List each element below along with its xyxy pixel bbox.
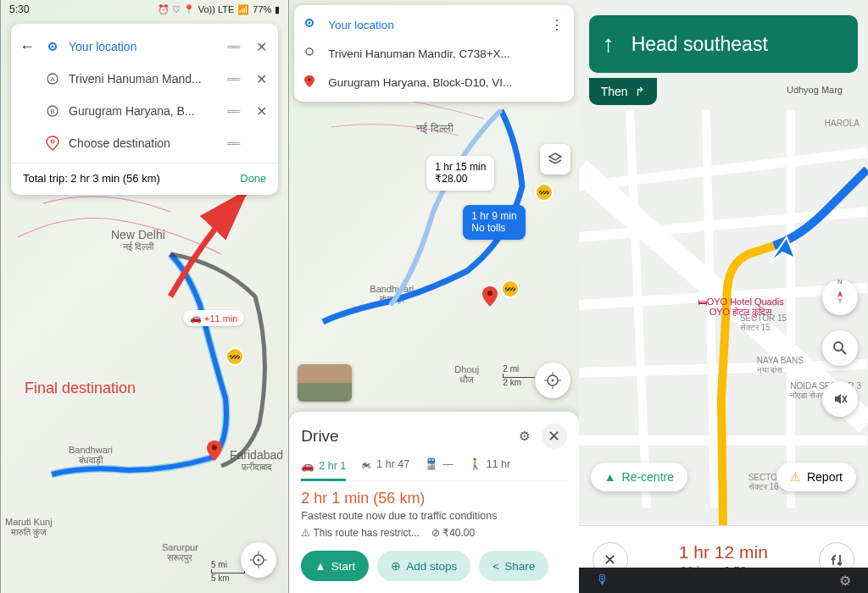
drag-handle-icon[interactable]: ══: [227, 137, 244, 149]
layers-button[interactable]: [540, 144, 570, 175]
compass-button[interactable]: N: [822, 280, 858, 315]
svg-point-25: [834, 342, 843, 351]
stop-row-choose[interactable]: Choose destination ══: [11, 127, 278, 159]
drag-handle-icon[interactable]: ══: [227, 73, 244, 85]
destination-pin-icon: [480, 286, 500, 310]
area-label-nayabans: NAYA BANSनया बांस: [757, 356, 804, 375]
nav-direction-text: Head southeast: [632, 33, 768, 56]
settings-icon[interactable]: ⚙: [839, 573, 851, 589]
stop-row-origin[interactable]: ← Your location ══ ✕: [11, 30, 278, 63]
assistant-icon[interactable]: 🎙: [596, 573, 609, 588]
car-icon: 🚗: [190, 313, 202, 324]
recentre-button[interactable]: ▲Re-centre: [591, 463, 687, 491]
tab-walk[interactable]: 🚶11 hr: [469, 457, 511, 474]
waypoints-card: Your location ⋮ Triveni Hanuman Mandir, …: [294, 5, 573, 102]
route-callout-1[interactable]: 1 hr 15 min₹28.00: [426, 156, 494, 191]
sheet-title: Drive: [301, 427, 338, 446]
route-callout-2[interactable]: 1 hr 9 minNo tolls: [463, 205, 525, 240]
eta-time: 1 hr 12 min: [679, 542, 768, 563]
stop-a-text[interactable]: Triveni Hanuman Mand...: [69, 72, 219, 86]
search-button[interactable]: [822, 330, 858, 366]
svg-point-6: [51, 140, 54, 143]
status-time: 5:30: [9, 3, 29, 15]
clear-icon[interactable]: ✕: [253, 103, 270, 119]
navigate-icon: ▲: [314, 560, 326, 573]
status-bar: 5:30 ⏰ ♡ 📍Vo)) LTE📶77%▮: [1, 0, 288, 19]
add-stops-button[interactable]: ⊕Add stops: [377, 551, 470, 581]
stop-b-text[interactable]: Gurugram Haryana, Block-D10, VI...: [328, 76, 563, 89]
status-icons: ⏰ ♡ 📍Vo)) LTE📶77%▮: [158, 4, 281, 15]
destination-pin-icon: [204, 441, 225, 464]
back-arrow-icon[interactable]: ←: [19, 38, 36, 56]
drag-handle-icon[interactable]: ══: [227, 41, 244, 53]
report-button[interactable]: ⚠Report: [776, 463, 856, 491]
map-scale: 2 mi2 km: [503, 364, 537, 387]
toll-icon: ⊘: [431, 527, 440, 539]
stops-card: ← Your location ══ ✕ A Triveni Hanuman M…: [11, 24, 278, 195]
stop-b-text[interactable]: Gurugram Haryana, B...: [69, 104, 219, 118]
options-icon[interactable]: ⚙: [519, 429, 530, 444]
stop-row-b[interactable]: B Gurugram Haryana, B... ══ ✕: [11, 95, 278, 127]
destination-pin-icon: [45, 136, 60, 151]
svg-point-1: [52, 46, 54, 48]
svg-point-20: [551, 380, 554, 382]
tab-transit[interactable]: 🚆—: [425, 457, 453, 474]
route-warnings: ⚠ This route has restrict... ⊘ ₹40.00: [301, 527, 566, 539]
route-bottom-sheet[interactable]: Drive ⚙ ✕ 🚗2 hr 1 🏍1 hr 47 🚆— 🚶11 hr 2 h…: [289, 412, 578, 593]
warning-icon: ⚠: [301, 527, 310, 539]
annotation-text: Final destination: [25, 380, 136, 397]
nav-direction-banner[interactable]: ↑ Head southeast: [589, 15, 858, 73]
origin-text[interactable]: Your location: [69, 40, 219, 53]
origin-dot-icon: [45, 39, 60, 54]
train-icon: 🚆: [425, 457, 438, 470]
share-icon: <: [492, 560, 499, 573]
locate-me-button[interactable]: [535, 363, 570, 398]
then-tag[interactable]: Then ↱: [589, 78, 657, 105]
bike-icon: 🏍: [361, 458, 372, 470]
svg-point-17: [309, 78, 312, 81]
choose-dest-text[interactable]: Choose destination: [69, 136, 219, 150]
mode-tabs: 🚗2 hr 1 🏍1 hr 47 🚆— 🚶11 hr: [301, 457, 566, 481]
area-label-harola: HAROLA: [825, 119, 860, 128]
close-icon[interactable]: ✕: [542, 424, 567, 449]
start-button[interactable]: ▲Start: [301, 551, 369, 581]
trip-total: Total trip: 2 hr 3 min (56 km): [23, 172, 160, 185]
destination-pin-icon: [304, 75, 318, 89]
arrow-up-icon: ↑: [603, 30, 615, 58]
delay-badge: 🚗+11 min: [183, 310, 244, 326]
svg-point-9: [258, 559, 260, 562]
navigate-icon: ▲: [604, 470, 616, 484]
walk-icon: 🚶: [469, 457, 482, 470]
trip-summary: Total trip: 2 hr 3 min (56 km) Done: [11, 163, 278, 188]
svg-point-7: [212, 445, 217, 450]
turn-right-icon: ↱: [635, 85, 645, 98]
mute-button[interactable]: [822, 381, 858, 417]
route-desc: Fastest route now due to traffic conditi…: [301, 510, 566, 522]
street-view-preview[interactable]: [298, 364, 352, 402]
origin-text[interactable]: Your location: [328, 19, 539, 31]
origin-dot-icon: [304, 18, 318, 31]
stop-b-icon: B: [45, 103, 60, 119]
done-button[interactable]: Done: [240, 172, 266, 185]
tab-bike[interactable]: 🏍1 hr 47: [361, 457, 409, 474]
poi-label-oyo[interactable]: 🛏OYO Hotel Quadis OYO होटल कुंदिस: [698, 296, 784, 317]
clear-icon[interactable]: ✕: [253, 71, 270, 87]
clear-icon[interactable]: ✕: [253, 39, 270, 55]
stop-b-row[interactable]: Gurugram Haryana, Block-D10, VI...: [294, 68, 573, 97]
more-menu-icon[interactable]: ⋮: [550, 17, 564, 33]
android-nav-bar: 🎙 ⚙: [579, 568, 868, 593]
road-label: Udhyog Marg: [787, 85, 843, 95]
stop-a-text[interactable]: Triveni Hanuman Mandir, C738+X...: [328, 47, 563, 60]
share-button[interactable]: <Share: [479, 551, 548, 581]
drag-handle-icon[interactable]: ══: [227, 105, 244, 117]
origin-row[interactable]: Your location ⋮: [294, 10, 573, 39]
svg-point-16: [306, 48, 313, 55]
svg-line-26: [842, 350, 846, 354]
hotel-icon: 🛏: [698, 296, 707, 307]
stop-a-row[interactable]: Triveni Hanuman Mandir, C738+X...: [294, 39, 573, 68]
stop-row-a[interactable]: A Triveni Hanuman Mand... ══ ✕: [11, 63, 278, 95]
svg-point-15: [309, 22, 311, 25]
add-stop-icon: ⊕: [391, 559, 401, 573]
tab-drive[interactable]: 🚗2 hr 1: [301, 457, 346, 481]
warning-icon: ⚠: [790, 470, 801, 484]
